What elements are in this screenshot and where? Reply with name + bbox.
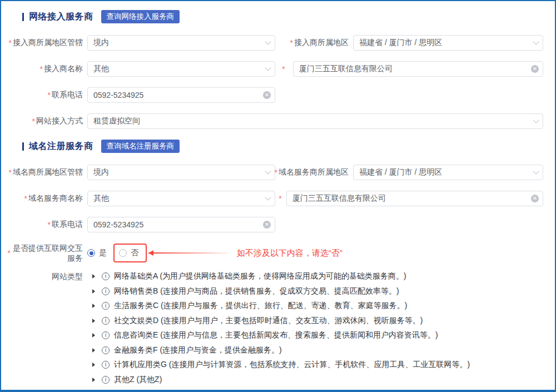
info-glyph: i bbox=[105, 302, 106, 309]
info-glyph: i bbox=[105, 332, 106, 339]
chevron-down-icon bbox=[265, 64, 271, 71]
site-type-label: 计算机应用类G (连接用户与计算资源，包括系统支持、云计算、手机软件、应用工具、… bbox=[114, 360, 470, 370]
field-label-text: 联系电话 bbox=[52, 90, 83, 100]
required-marker: * bbox=[40, 64, 43, 73]
site-type-item: i 网络基础类A (为用户提供网络基础类服务，使得网络应用成为可能的基础类服务商… bbox=[87, 269, 543, 284]
access-phone-input[interactable] bbox=[87, 87, 275, 103]
form-row: * 联系电话 ✕ bbox=[6, 217, 543, 232]
site-type-label: 其他Z (其他Z) bbox=[114, 375, 162, 385]
info-glyph: i bbox=[105, 273, 106, 280]
radio-unchecked-icon[interactable] bbox=[119, 249, 127, 257]
info-icon[interactable]: i bbox=[102, 317, 110, 325]
info-glyph: i bbox=[105, 288, 106, 295]
clear-icon[interactable]: ✕ bbox=[263, 91, 271, 99]
form-row: * 域名商所属地区管辖 境内 * 域名服务商所属地区 福建省 / 厦门市 / 思… bbox=[6, 165, 543, 180]
site-type-list: i 网络基础类A (为用户提供网络基础类服务，使得网络应用成为可能的基础类服务商… bbox=[87, 269, 543, 387]
site-type-item: i 计算机应用类G (连接用户与计算资源，包括系统支持、云计算、手机软件、应用工… bbox=[87, 358, 543, 373]
info-icon[interactable]: i bbox=[102, 272, 110, 280]
domain-provider-name-select[interactable]: 其他 bbox=[87, 191, 275, 206]
clear-icon[interactable]: ✕ bbox=[531, 65, 539, 73]
info-icon[interactable]: i bbox=[102, 331, 110, 339]
field-label-text: 域名服务商名称 bbox=[28, 193, 83, 204]
required-marker: * bbox=[275, 168, 277, 177]
input-wrapper: ✕ bbox=[87, 87, 275, 103]
expand-triangle-icon[interactable] bbox=[92, 289, 95, 294]
query-domain-registrar-button[interactable]: 查询域名注册服务商 bbox=[101, 140, 180, 153]
chevron-down-icon bbox=[265, 38, 271, 44]
select-value: 福建省 / 厦门市 / 思明区 bbox=[359, 167, 442, 177]
section-header-domain: 域名注册服务商 查询域名注册服务商 bbox=[22, 140, 543, 153]
field-label-text: 联系电话 bbox=[52, 220, 83, 230]
expand-triangle-icon[interactable] bbox=[92, 319, 95, 323]
site-type-label: 金融服务类F (连接用户与资金，提供金融服务。) bbox=[114, 345, 282, 355]
site-type-item: i 其他Z (其他Z) bbox=[87, 373, 543, 388]
icp-provider-form: 网络接入服务商 查询网络接入服务商 * 接入商所属地区管辖 境内 * 接入商所属… bbox=[0, 0, 556, 392]
form-row: * 联系电话 ✕ bbox=[6, 87, 543, 103]
domain-region-admin-select[interactable]: 境内 bbox=[87, 165, 275, 180]
info-icon[interactable]: i bbox=[102, 302, 110, 310]
access-provider-other-input[interactable] bbox=[293, 61, 543, 77]
chevron-down-icon bbox=[533, 168, 539, 174]
radio-yes[interactable]: 是 bbox=[87, 248, 107, 258]
section-accent-bar bbox=[22, 13, 24, 21]
info-icon[interactable]: i bbox=[102, 376, 110, 384]
chevron-down-icon bbox=[265, 168, 271, 174]
input-wrapper: ✕ bbox=[87, 217, 275, 232]
site-type-item: i 金融服务类F (连接用户与资金，提供金融服务。) bbox=[87, 343, 543, 358]
required-marker: * bbox=[48, 91, 51, 100]
field-label-text: 网站接入方式 bbox=[36, 116, 83, 126]
input-wrapper: ✕ bbox=[293, 61, 543, 77]
form-row: * 接入商名称 其他 * ✕ bbox=[6, 61, 543, 77]
radio-no-label: 否 bbox=[131, 248, 138, 258]
field-label: * 联系电话 bbox=[6, 220, 87, 230]
interactive-service-row: * 是否提供互联网交互服务 是 否 如不涉及以下内容，请选“否” bbox=[6, 243, 543, 263]
info-icon[interactable]: i bbox=[102, 361, 110, 369]
domain-phone-input[interactable] bbox=[87, 217, 275, 232]
field-label-text: 接入商所属地区管辖 bbox=[13, 38, 83, 48]
site-type-label: 信息咨询类E (连接用户与信息，主要包括新闻发布、搜索服务、提供新闻和用户内容资… bbox=[114, 330, 438, 340]
domain-provider-other-input[interactable] bbox=[286, 191, 543, 206]
info-glyph: i bbox=[105, 317, 106, 324]
required-marker: * bbox=[275, 194, 285, 203]
access-provider-name-select[interactable]: 其他 bbox=[87, 61, 275, 77]
expand-triangle-icon[interactable] bbox=[92, 304, 95, 308]
field-label-text: 域名服务商所属地区 bbox=[279, 167, 349, 177]
radio-checked-icon[interactable] bbox=[87, 249, 95, 257]
site-type-item: i 网络销售类B (连接用户与商品，提供销售服务、促成双方交易、提高匹配效率等。… bbox=[87, 284, 543, 299]
info-glyph: i bbox=[105, 376, 106, 383]
required-marker: * bbox=[275, 64, 292, 73]
select-value: 其他 bbox=[93, 64, 109, 74]
access-region-admin-select[interactable]: 境内 bbox=[87, 35, 275, 51]
query-access-provider-button[interactable]: 查询网络接入服务商 bbox=[101, 10, 180, 23]
domain-region-select[interactable]: 福建省 / 厦门市 / 思明区 bbox=[353, 165, 543, 180]
clear-icon[interactable]: ✕ bbox=[531, 195, 539, 202]
select-value: 其他 bbox=[93, 193, 109, 204]
chevron-down-icon bbox=[533, 38, 539, 44]
field-label: * 接入商所属地区 bbox=[275, 38, 353, 48]
expand-triangle-icon[interactable] bbox=[92, 348, 95, 353]
select-value: 福建省 / 厦门市 / 思明区 bbox=[359, 38, 442, 48]
required-marker: * bbox=[32, 117, 35, 126]
info-icon[interactable]: i bbox=[102, 287, 110, 295]
field-label: * 域名商所属地区管辖 bbox=[6, 167, 87, 177]
info-icon[interactable]: i bbox=[102, 346, 110, 354]
expand-triangle-icon[interactable] bbox=[92, 274, 95, 279]
required-marker: * bbox=[48, 220, 51, 229]
form-row: * 域名服务商名称 其他 * ✕ bbox=[6, 191, 543, 206]
expand-triangle-icon[interactable] bbox=[92, 333, 95, 338]
expand-triangle-icon[interactable] bbox=[92, 363, 95, 367]
site-type-label: 生活服务类C (连接用户与服务，提供出行、旅行、配送、寄递、教育、家庭等服务。) bbox=[114, 301, 407, 311]
field-label: * 域名服务商所属地区 bbox=[275, 167, 353, 177]
form-row: * 接入商所属地区管辖 境内 * 接入商所属地区 福建省 / 厦门市 / 思明区 bbox=[6, 35, 543, 51]
field-label: * 接入商所属地区管辖 bbox=[6, 38, 87, 48]
access-region-select[interactable]: 福建省 / 厦门市 / 思明区 bbox=[353, 35, 543, 51]
site-type-label: 网络基础类A (为用户提供网络基础类服务，使得网络应用成为可能的基础类服务商。) bbox=[114, 271, 406, 281]
radio-no[interactable]: 否 bbox=[119, 248, 138, 258]
field-label-text: 接入商名称 bbox=[44, 64, 83, 74]
site-type-label: 网络销售类B (连接用户与商品，提供销售服务、促成双方交易、提高匹配效率等。) bbox=[114, 286, 399, 296]
access-method-select[interactable]: 租赁虚拟空间 bbox=[87, 113, 543, 129]
annotation-hint-text: 如不涉及以下内容，请选“否” bbox=[237, 248, 342, 259]
expand-triangle-icon[interactable] bbox=[92, 378, 95, 382]
input-wrapper: ✕ bbox=[286, 191, 543, 206]
clear-icon[interactable]: ✕ bbox=[263, 221, 271, 229]
